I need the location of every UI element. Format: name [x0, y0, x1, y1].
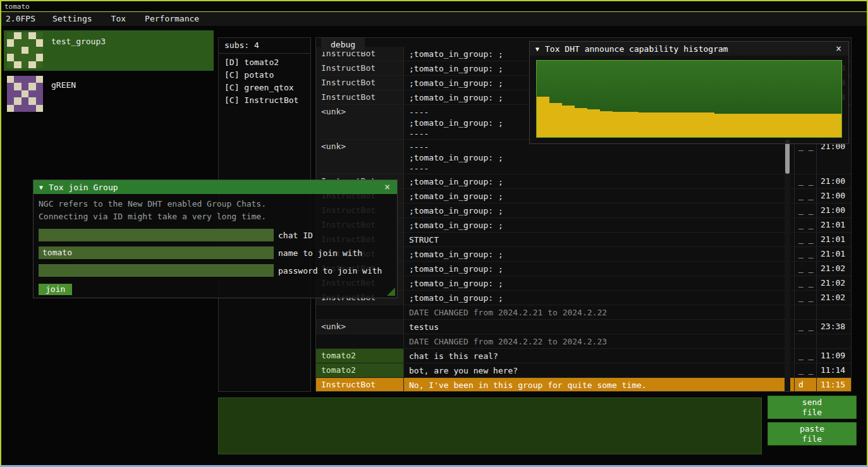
message-status: _ _ [794, 247, 816, 261]
message-status: _ _ [794, 174, 816, 188]
message-text: ;tomato_in_group: ; [404, 189, 794, 203]
join-field-input[interactable] [39, 264, 274, 277]
message-row[interactable]: tomato2 chat is this real? _ _ 11:09 [316, 349, 851, 363]
group-name: test_group3 [51, 37, 106, 46]
message-status: _ _ [794, 276, 816, 290]
menu-item[interactable]: Settings [43, 12, 102, 26]
message-time: 23:38 [816, 320, 851, 334]
join-fields: chat ID tomato name to join with passwor… [39, 229, 397, 277]
group-avatar [7, 32, 43, 68]
group-row[interactable]: test_group3 [4, 30, 214, 71]
message-status: _ _ [794, 218, 816, 232]
message-text: ;tomato_in_group: ; [404, 174, 794, 188]
message-text: chat is this real? [404, 349, 794, 363]
message-time: 11:14 [816, 363, 851, 377]
message-time: 11:09 [816, 349, 851, 363]
dht-histogram-titlebar: ▼ Tox DHT announce capability histogram … [530, 42, 848, 56]
message-text: No, I've been in this group for quite so… [404, 378, 794, 392]
message-input[interactable] [218, 397, 762, 454]
menu-items: SettingsToxPerformance [43, 12, 209, 26]
message-sender: InstructBot [316, 378, 404, 392]
message-time: 21:02 [816, 276, 851, 290]
close-icon[interactable]: × [383, 181, 391, 193]
message-time [816, 305, 851, 319]
message-sender: tomato2 [316, 349, 404, 363]
message-text: testus [404, 320, 794, 334]
join-field-input[interactable]: tomato [39, 246, 274, 259]
message-status: _ _ [794, 189, 816, 203]
join-button[interactable]: join [39, 284, 72, 295]
message-sender: InstructBot [316, 90, 404, 104]
message-text: ;tomato_in_group: ; [404, 247, 794, 261]
message-status [794, 334, 816, 348]
message-status: _ _ [794, 363, 816, 377]
menu-item[interactable]: Tox [102, 12, 135, 26]
message-sender: InstructBot [316, 61, 404, 75]
member-item[interactable]: [C] green_qtox [219, 82, 310, 94]
message-text: bot, are you new here? [404, 363, 794, 377]
join-group-titlebar: ▼ Tox join Group × [34, 180, 397, 194]
join-group-body: NGC refers to the New DHT enabled Group … [34, 194, 397, 298]
message-row[interactable]: InstructBot No, I've been in this group … [316, 378, 851, 392]
group-name: gREEN [51, 80, 76, 90]
join-info: NGC refers to the New DHT enabled Group … [39, 198, 397, 223]
message-sender: <unk> [316, 140, 404, 174]
join-field-row: chat ID [39, 229, 397, 241]
menubar: 2.0FPS SettingsToxPerformance [1, 11, 867, 26]
message-status: _ _ [794, 291, 816, 305]
message-time: 21:02 [816, 291, 851, 305]
message-status: _ _ [794, 203, 816, 217]
paste-file-button[interactable]: paste file [767, 422, 857, 446]
message-row[interactable]: DATE CHANGED from 2024.2.21 to 2024.2.22 [316, 305, 851, 320]
join-info-line: Connecting via ID might take a very long… [39, 210, 397, 223]
resize-grip-icon[interactable] [387, 288, 395, 296]
collapse-arrow-icon[interactable]: ▼ [535, 45, 539, 52]
message-text: ;tomato_in_group: ; [404, 291, 794, 305]
message-sender [316, 334, 404, 348]
message-sender: InstructBot [316, 76, 404, 90]
send-file-button[interactable]: send file [767, 396, 857, 419]
message-status: _ _ [794, 233, 816, 246]
message-time: 21:01 [816, 233, 851, 246]
members-list: [D] tomato2[C] potato[C] green_qtox[C] I… [219, 54, 310, 107]
fps-counter: 2.0FPS [1, 12, 43, 26]
join-group-window: ▼ Tox join Group × NGC refers to the New… [33, 179, 398, 298]
message-status: _ _ [794, 349, 816, 363]
message-time [816, 334, 851, 348]
collapse-arrow-icon[interactable]: ▼ [39, 184, 43, 191]
message-sender: <unk> [316, 105, 404, 139]
join-group-title: Tox join Group [49, 183, 377, 192]
join-field-row: tomato name to join with [39, 246, 397, 259]
group-row[interactable]: gREEN [4, 74, 214, 114]
message-row[interactable]: tomato2 bot, are you new here? _ _ 11:14 [316, 363, 851, 378]
member-item[interactable]: [C] potato [219, 69, 310, 82]
tab-debug[interactable]: debug [321, 38, 365, 52]
message-status [794, 305, 816, 319]
group-sidebar: test_group3 gREEN [4, 30, 214, 118]
chat-scrollbar-thumb[interactable] [785, 140, 790, 174]
member-item[interactable]: [D] tomato2 [219, 56, 310, 69]
message-status: d [794, 378, 816, 392]
message-time: 21:00 [816, 174, 851, 188]
message-status: _ _ [794, 262, 816, 276]
message-text: ---- ;tomato_in_group: ; ---- [404, 140, 794, 174]
message-time: 21:01 [816, 247, 851, 261]
join-field-input[interactable] [39, 229, 274, 241]
message-text: DATE CHANGED from 2024.2.21 to 2024.2.22 [404, 305, 794, 319]
message-row[interactable]: <unk> ---- ;tomato_in_group: ; ---- _ _ … [316, 140, 851, 174]
message-text: DATE CHANGED from 2024.2.22 to 2024.2.23 [404, 334, 794, 348]
members-count: subs: 4 [219, 38, 310, 54]
message-time: 11:15 [816, 378, 851, 392]
message-row[interactable]: <unk> testus _ _ 23:38 [316, 320, 851, 334]
histogram-bars [537, 61, 841, 137]
member-item[interactable]: [C] InstructBot [219, 94, 310, 107]
message-status: _ _ [794, 320, 816, 334]
menu-item[interactable]: Performance [135, 12, 209, 26]
message-text: STRUCT [404, 233, 794, 246]
message-row[interactable]: DATE CHANGED from 2024.2.22 to 2024.2.23 [316, 334, 851, 349]
dht-histogram-title: Tox DHT announce capability histogram [545, 44, 829, 54]
message-time: 21:00 [816, 203, 851, 217]
message-time: 21:00 [816, 189, 851, 203]
join-field-row: password to join with [39, 264, 397, 277]
close-icon[interactable]: × [834, 43, 843, 54]
